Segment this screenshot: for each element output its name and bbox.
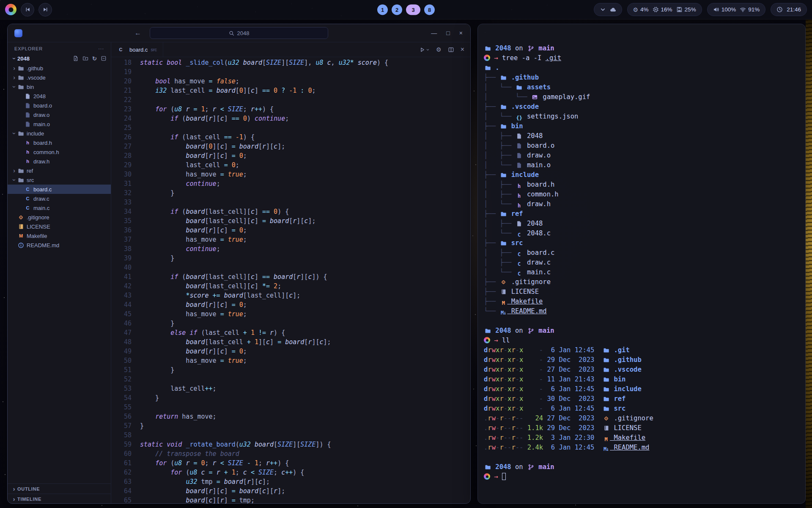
terminal-window[interactable]: 2048 on main → tree -a -I .git .├── .git… xyxy=(477,24,806,504)
collapse-all-button[interactable] xyxy=(101,55,107,61)
system-stats-widget[interactable]: ⚙ 4% 16% 25% xyxy=(627,3,702,16)
explorer-item-README.md[interactable]: README.md xyxy=(8,240,111,250)
explorer-item-board.o[interactable]: board.o xyxy=(8,101,111,110)
editor-window: ← → 2048 — □ × EXPLORER ··· › 20 xyxy=(7,24,471,504)
explorer-item-common.h[interactable]: hcommon.h xyxy=(8,147,111,157)
ll-entry-ref: ref xyxy=(610,395,625,403)
clock-widget[interactable]: 21:46 xyxy=(771,3,807,16)
close-editor-button[interactable]: × xyxy=(461,46,464,53)
code-line: 37 has_move = true; xyxy=(111,235,470,244)
terminal-line: │ └── {} settings.json xyxy=(484,112,799,121)
folder-icon xyxy=(499,104,507,110)
weather-widget[interactable] xyxy=(594,3,622,16)
tree-entry-src: src xyxy=(507,239,523,247)
folder-icon xyxy=(602,347,610,353)
new-folder-button[interactable] xyxy=(82,55,88,61)
code-editor[interactable]: 18static bool _slide_col(u32 board[SIZE]… xyxy=(111,57,470,504)
volume-value: 100% xyxy=(721,6,736,13)
run-button[interactable] xyxy=(419,47,430,53)
terminal-line: drwxr-xr-x - 6 Jan 12:45 include xyxy=(484,384,799,394)
refresh-button[interactable]: ↻ xyxy=(92,55,97,62)
distro-logo-icon[interactable] xyxy=(5,4,16,15)
explorer-item-Makefile[interactable]: MMakefile xyxy=(8,231,111,240)
maximize-button[interactable]: □ xyxy=(446,30,450,36)
nav-back-button[interactable]: ← xyxy=(134,29,141,37)
code-line: 28 board[r][c] = 0; xyxy=(111,151,470,160)
tab-board-c[interactable]: C board.c src xyxy=(111,42,163,57)
path-link[interactable]: .git xyxy=(546,54,561,62)
close-button[interactable]: × xyxy=(459,30,463,36)
workspace-2-button[interactable]: 2 xyxy=(392,4,402,15)
explorer-item-bin[interactable]: ›bin xyxy=(8,82,111,91)
explorer-root[interactable]: › 2048 ↻ xyxy=(8,53,111,64)
line-number: 42 xyxy=(111,282,132,291)
new-file-button[interactable] xyxy=(73,55,79,61)
line-number: 48 xyxy=(111,337,132,347)
outline-label: OUTLINE xyxy=(17,486,40,491)
code-line: 65 board[c][r] = tmp; xyxy=(111,496,470,504)
settings-gear-button[interactable]: ⚙ xyxy=(436,47,442,52)
explorer-more-button[interactable]: ··· xyxy=(98,46,104,51)
code-line: 22 xyxy=(111,95,470,105)
disk-value: 25% xyxy=(685,6,696,13)
media-next-button[interactable] xyxy=(38,3,52,17)
explorer-item-board.h[interactable]: hboard.h xyxy=(8,138,111,147)
explorer-item-label: ref xyxy=(27,168,33,174)
code-line: 42 board[last_cell][c] *= 2; xyxy=(111,282,470,291)
explorer-item-main.c[interactable]: Cmain.c xyxy=(8,203,111,213)
code-line: 24 if (board[r][c] == 0) continue; xyxy=(111,114,470,123)
explorer-item-LICENSE[interactable]: LICENSE xyxy=(8,222,111,231)
terminal-line: → tree -a -I .git xyxy=(484,53,799,63)
terminal-line: . xyxy=(484,63,799,73)
explorer-item-.gitignore[interactable]: .gitignore xyxy=(8,213,111,222)
explorer-item-include[interactable]: ›include xyxy=(8,129,111,138)
line-number: 18 xyxy=(111,58,132,67)
line-number: 46 xyxy=(111,319,132,328)
workspace-8-button[interactable]: 8 xyxy=(424,4,435,15)
media-previous-button[interactable] xyxy=(21,3,34,17)
explorer-item-draw.c[interactable]: Cdraw.c xyxy=(8,194,111,203)
tree-entry-Makefile[interactable]: Makefile xyxy=(507,298,543,305)
explorer-item-ref[interactable]: ›ref xyxy=(8,166,111,175)
explorer-item-.github[interactable]: ›.github xyxy=(8,64,111,73)
explorer-item-label: draw.c xyxy=(33,196,49,202)
explorer-item-.vscode[interactable]: ›.vscode xyxy=(8,73,111,82)
wallpaper-art-edge xyxy=(806,19,812,508)
split-editor-button[interactable] xyxy=(448,47,454,53)
ll-entry-.github: .github xyxy=(610,356,642,364)
line-number: 23 xyxy=(111,105,132,114)
line-number: 45 xyxy=(111,309,132,319)
explorer-item-draw.o[interactable]: draw.o xyxy=(8,110,111,119)
workspace-3-button[interactable]: 3 xyxy=(406,4,420,15)
explorer-item-main.o[interactable]: main.o xyxy=(8,119,111,129)
timeline-section[interactable]: › TIMELINE xyxy=(8,494,111,504)
explorer-item-board.c[interactable]: Cboard.c xyxy=(8,185,111,194)
explorer-item-2048[interactable]: 2048 xyxy=(8,91,111,101)
tab-label: board.c xyxy=(129,47,148,53)
code-line: 50 has_move = true; xyxy=(111,356,470,365)
audio-network-widget[interactable]: 100% 91% xyxy=(707,3,766,16)
ll-entry-Makefile[interactable]: Makefile xyxy=(610,434,645,442)
explorer-item-draw.h[interactable]: hdraw.h xyxy=(8,157,111,166)
editor-main: C board.c src ⚙ × 18static bool _ xyxy=(111,42,470,504)
terminal-line: .rw-r--r-- 1.2k 3 Jan 22:30 M Makefile xyxy=(484,433,799,443)
editor-search-box[interactable]: 2048 xyxy=(150,27,328,39)
git-branch-icon xyxy=(527,45,535,52)
code-line: 59static void _rotate_board(u32 board[SI… xyxy=(111,440,470,449)
minimize-button[interactable]: — xyxy=(431,30,437,36)
code-line: 19 xyxy=(111,67,470,77)
workspace-1-button[interactable]: 1 xyxy=(377,4,388,15)
tree-entry-board.h: board.h xyxy=(523,181,555,188)
explorer-item-src[interactable]: ›src xyxy=(8,175,111,185)
outline-section[interactable]: › OUTLINE xyxy=(8,483,111,494)
tree-entry-README.md[interactable]: README.md xyxy=(507,307,546,315)
line-number: 40 xyxy=(111,263,132,272)
clock-icon xyxy=(776,6,783,13)
sidebar-bottom-sections: › OUTLINE › TIMELINE xyxy=(8,483,111,504)
line-number: 63 xyxy=(111,477,132,486)
folder-icon xyxy=(499,123,507,130)
ll-entry-README.md[interactable]: README.md xyxy=(610,444,649,451)
chevron-collapsed-icon: › xyxy=(11,496,17,502)
terminal-cursor[interactable] xyxy=(502,473,506,480)
explorer-item-label: LICENSE xyxy=(27,224,50,230)
